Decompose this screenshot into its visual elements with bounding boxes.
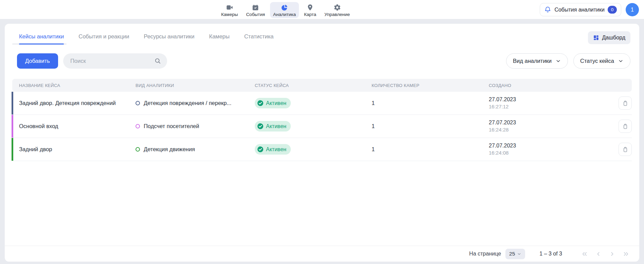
next-page-button[interactable] — [609, 250, 616, 258]
add-case-button[interactable]: Добавить — [17, 53, 58, 69]
card-header: Кейсы аналитики События и реакции Ресурс… — [5, 24, 639, 45]
page-range-label: 1 – 3 of 3 — [539, 251, 562, 257]
status-label: Активен — [266, 123, 286, 129]
table-row[interactable]: Задний двор. Детекция повреждений Детекц… — [12, 92, 632, 115]
column-header-name: НАЗВАНИЕ КЕЙСА — [12, 83, 136, 88]
analytics-type-cell: Подсчет посетителей — [136, 123, 255, 129]
prev-page-button[interactable] — [595, 250, 602, 258]
filters-group: Вид аналитики Статус кейса — [506, 53, 630, 69]
cameras-count: 1 — [372, 146, 489, 153]
chevron-down-icon — [618, 58, 624, 64]
cameras-count: 1 — [372, 100, 489, 106]
case-name: Задний двор — [12, 146, 136, 153]
created-date: 27.07.2023 — [489, 142, 608, 149]
tab-analytics-resources[interactable]: Ресурсы аналитики — [144, 31, 194, 45]
nav-item-cameras[interactable]: Камеры — [218, 2, 241, 18]
case-name: Основной вход — [12, 123, 136, 129]
case-status-filter[interactable]: Статус кейса — [573, 53, 630, 69]
analytics-cases-card: Кейсы аналитики События и реакции Ресурс… — [5, 24, 639, 262]
cameras-count: 1 — [372, 123, 489, 129]
main-nav: Камеры События Аналитика Карта Управлени… — [218, 2, 353, 18]
status-badge: Активен — [255, 121, 291, 131]
pager-arrows — [581, 250, 630, 258]
chevron-right-icon — [609, 250, 616, 258]
analytics-type-label: Подсчет посетителей — [144, 123, 199, 129]
dashboard-grid-icon — [593, 35, 599, 41]
search-box — [63, 53, 167, 69]
map-pin-icon — [306, 4, 314, 11]
created-cell: 27.07.2023 16:24:08 — [489, 142, 608, 156]
search-icon — [154, 57, 161, 65]
case-accent-bar — [12, 115, 13, 138]
table-row[interactable]: Основной вход Подсчет посетителей Активе… — [12, 115, 632, 138]
tab-statistics[interactable]: Статистика — [244, 31, 274, 45]
created-time: 16:27:12 — [489, 104, 608, 110]
status-cell: Активен — [255, 121, 372, 131]
video-camera-icon — [226, 4, 233, 11]
topbar-right: События аналитики 0 1 — [540, 3, 639, 16]
column-header-type: ВИД АНАЛИТИКИ — [136, 83, 255, 88]
nav-item-management[interactable]: Управление — [321, 2, 353, 18]
analytics-type-filter[interactable]: Вид аналитики — [506, 53, 568, 69]
trash-icon — [622, 100, 629, 107]
first-page-button[interactable] — [581, 250, 588, 258]
trash-icon — [622, 146, 629, 153]
dashboard-button[interactable]: Дашборд — [588, 31, 631, 44]
nav-item-map[interactable]: Карта — [301, 2, 319, 18]
created-time: 16:24:08 — [489, 150, 608, 156]
search-input[interactable] — [70, 58, 154, 64]
gear-icon — [334, 4, 341, 11]
tab-events-reactions[interactable]: События и реакции — [78, 31, 129, 45]
nav-label: Камеры — [221, 12, 238, 17]
nav-label: События — [246, 12, 265, 17]
avatar[interactable]: 1 — [626, 3, 639, 16]
top-navigation-bar: Камеры События Аналитика Карта Управлени… — [0, 0, 644, 19]
delete-case-button[interactable] — [619, 143, 632, 156]
cases-table: НАЗВАНИЕ КЕЙСА ВИД АНАЛИТИКИ СТАТУС КЕЙС… — [12, 79, 632, 161]
case-status-filter-label: Статус кейса — [580, 58, 614, 64]
analytics-type-label: Детекция движения — [144, 146, 195, 153]
delete-case-button[interactable] — [619, 96, 632, 110]
pagination-bar: На странице 25 1 – 3 of 3 — [5, 246, 639, 262]
analytics-type-icon — [136, 124, 140, 128]
chevron-left-icon — [595, 250, 602, 258]
case-accent-bar — [12, 138, 13, 161]
nav-item-events[interactable]: События — [243, 2, 268, 18]
analytics-type-label: Детекция повреждения / перекр... — [144, 100, 231, 106]
per-page-label: На странице — [469, 251, 501, 257]
analytics-type-icon — [136, 101, 140, 105]
tab-cameras[interactable]: Камеры — [209, 31, 230, 45]
double-chevron-right-icon — [623, 250, 630, 258]
calendar-check-icon — [252, 4, 259, 11]
per-page-select[interactable]: 25 — [505, 249, 525, 259]
chevron-down-icon — [555, 58, 561, 64]
chevron-down-icon — [517, 252, 521, 256]
created-cell: 27.07.2023 16:24:28 — [489, 119, 608, 133]
table-row[interactable]: Задний двор Детекция движения Активен 1 … — [12, 138, 632, 161]
events-count-badge: 0 — [608, 6, 617, 14]
analytics-type-filter-label: Вид аналитики — [513, 58, 552, 64]
dashboard-button-label: Дашборд — [602, 35, 626, 41]
delete-case-button[interactable] — [619, 120, 632, 133]
per-page-value: 25 — [509, 251, 515, 257]
actions-cell — [608, 143, 632, 156]
trash-icon — [622, 123, 629, 130]
nav-label: Карта — [304, 12, 316, 17]
analytics-type-cell: Детекция движения — [136, 146, 255, 153]
analytics-type-icon — [136, 147, 140, 152]
check-circle-icon — [257, 146, 264, 153]
toolbar: Добавить Вид аналитики Статус кейса — [17, 53, 630, 69]
nav-label: Управление — [324, 12, 350, 17]
main-area: Кейсы аналитики События и реакции Ресурс… — [0, 19, 644, 264]
column-header-status: СТАТУС КЕЙСА — [255, 83, 372, 88]
analytics-events-button[interactable]: События аналитики 0 — [540, 3, 621, 16]
nav-item-analytics[interactable]: Аналитика — [270, 2, 299, 18]
case-name: Задний двор. Детекция повреждений — [12, 100, 136, 106]
last-page-button[interactable] — [623, 250, 630, 258]
bell-icon — [544, 6, 551, 13]
tabs-bar: Кейсы аналитики События и реакции Ресурс… — [19, 31, 274, 45]
check-circle-icon — [257, 123, 264, 129]
tab-analytics-cases[interactable]: Кейсы аналитики — [19, 31, 64, 45]
status-label: Активен — [266, 146, 286, 153]
status-badge: Активен — [255, 98, 291, 108]
